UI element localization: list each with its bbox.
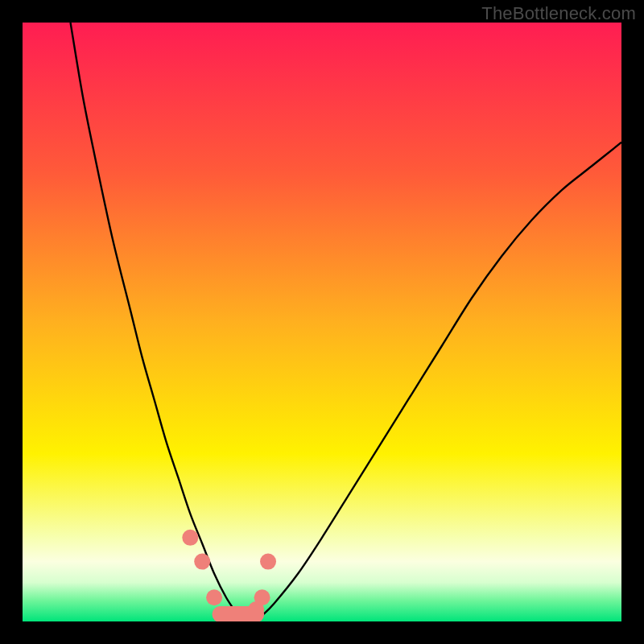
- svg-point-1: [182, 530, 198, 546]
- svg-point-5: [254, 589, 270, 605]
- svg-point-3: [206, 589, 222, 605]
- watermark-text: TheBottleneck.com: [481, 3, 636, 24]
- bottleneck-plot: [0, 0, 644, 644]
- svg-point-2: [194, 554, 210, 570]
- svg-point-6: [260, 554, 276, 570]
- plot-background: [23, 23, 621, 621]
- chart-stage: TheBottleneck.com: [0, 0, 644, 644]
